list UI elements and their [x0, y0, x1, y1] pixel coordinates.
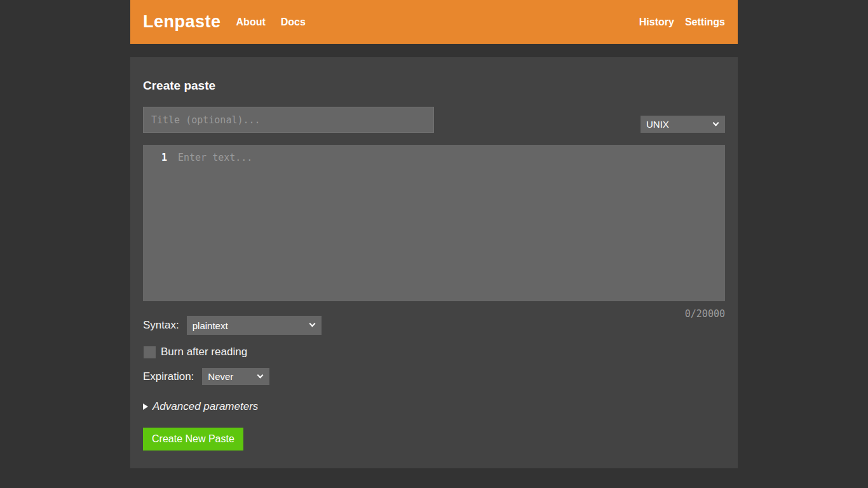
line-ending-select-wrap: UNIX	[641, 116, 725, 133]
advanced-parameters-details: Advanced parameters	[143, 400, 725, 413]
navbar-right-links: History Settings	[639, 17, 725, 28]
advanced-parameters-toggle[interactable]: Advanced parameters	[143, 400, 725, 413]
line-ending-select[interactable]: UNIX	[641, 116, 725, 133]
create-new-paste-button[interactable]: Create New Paste	[143, 428, 243, 451]
nav-link-settings[interactable]: Settings	[685, 17, 725, 28]
triangle-right-icon	[143, 403, 148, 410]
syntax-select-wrap: plaintext	[187, 316, 322, 335]
syntax-row: Syntax: plaintext	[143, 316, 725, 335]
page-title: Create paste	[143, 79, 725, 93]
nav-link-about[interactable]: About	[236, 17, 266, 28]
create-paste-panel: Create paste UNIX 1 0/20000 Syntax: plai…	[130, 57, 738, 468]
burn-after-reading-row: Burn after reading	[143, 346, 725, 358]
expiration-select[interactable]: Never	[202, 368, 269, 385]
syntax-select[interactable]: plaintext	[187, 316, 322, 335]
nav-link-docs[interactable]: Docs	[281, 17, 306, 28]
syntax-label: Syntax:	[143, 319, 179, 332]
burn-after-reading-label[interactable]: Burn after reading	[161, 346, 247, 358]
expiration-label: Expiration:	[143, 370, 194, 383]
editor-line-number: 1	[143, 145, 176, 301]
title-row: UNIX	[143, 107, 725, 133]
paste-title-input[interactable]	[143, 107, 434, 133]
logo-lenpaste[interactable]: Lenpaste	[143, 12, 221, 32]
expiration-row: Expiration: Never	[143, 368, 725, 385]
nav-link-history[interactable]: History	[639, 17, 674, 28]
burn-after-reading-checkbox[interactable]	[144, 346, 156, 358]
paste-body-textarea[interactable]	[176, 145, 725, 301]
advanced-parameters-label: Advanced parameters	[153, 400, 258, 413]
page-column: Lenpaste About Docs History Settings Cre…	[130, 0, 738, 468]
expiration-select-wrap: Never	[202, 368, 269, 385]
top-navbar: Lenpaste About Docs History Settings	[130, 0, 738, 44]
paste-editor: 1	[143, 145, 725, 301]
navbar-left-links: About Docs	[236, 17, 306, 28]
